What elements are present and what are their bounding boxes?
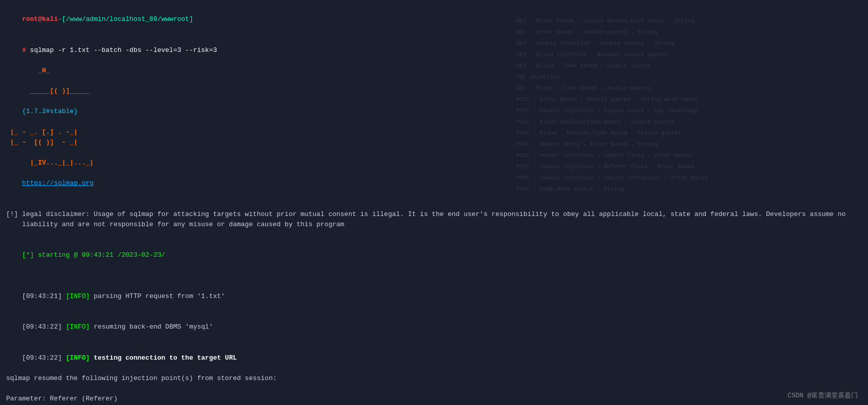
ascii-art-1: _H_ (6, 66, 862, 76)
legal-line-2: liability and are not responsible for an… (6, 220, 862, 230)
ts-1: [09:43:21] (22, 292, 66, 300)
info-line-1: [09:43:21] [INFO] parsing HTTP request f… (6, 281, 862, 312)
prompt-path: -[/www/admin/localhost_80/wwwroot] (58, 15, 193, 23)
blank-2 (6, 230, 862, 240)
prompt-root: root@kali (22, 15, 58, 23)
tag-2: [INFO] (66, 323, 90, 331)
ascii-art-3: |_ - _. [.] . -_| (6, 127, 862, 138)
info-line-2: [09:43:22] [INFO] resuming back-end DBMS… (6, 312, 862, 342)
legal-line-1: [!] legal disclaimer: Usage of sqlmap fo… (6, 209, 862, 220)
prompt-symbol: # (22, 46, 30, 54)
blank-4 (6, 384, 862, 394)
info-line-3: [09:43:22] [INFO] testing connection to … (6, 343, 862, 373)
terminal: root@kali-[/www/admin/localhost_80/wwwro… (0, 0, 868, 405)
ts-2: [09:43:22] (22, 323, 66, 331)
text-1: parsing HTTP request from '1.txt' (90, 292, 225, 300)
text-3: testing connection to the target URL (90, 354, 237, 362)
ts-3: [09:43:22] (22, 354, 66, 362)
blank-3 (6, 271, 862, 281)
start-marker: [*] starting @ 09:43:21 /2023-02-23/ (22, 251, 165, 259)
command-line: # sqlmap -r 1.txt --batch -dbs --level=3… (6, 35, 862, 65)
param-header: Parameter: Referer (Referer) (6, 394, 862, 404)
tag-1: [INFO] (66, 292, 90, 300)
version-tag: {1.7.2#stable} (22, 107, 78, 115)
blank-1 (6, 199, 862, 209)
ascii-art-2: _____[( )]_____ {1.7.2#stable} (6, 76, 862, 127)
ascii-art-5: |_IV..._|_|..._| https://sqlmap.org (6, 148, 862, 199)
sqlmap-url[interactable]: https://sqlmap.org (22, 179, 93, 187)
text-2: resuming back-end DBMS 'mysql' (90, 323, 213, 331)
starting-line: [*] starting @ 09:43:21 /2023-02-23/ (6, 240, 862, 271)
ascii-art-4: |_ - [( )] - _| (6, 138, 862, 148)
prompt-line: root@kali-[/www/admin/localhost_80/wwwro… (6, 4, 862, 35)
resumed-session-line: sqlmap resumed the following injection p… (6, 373, 862, 384)
tag-3: [INFO] (66, 354, 90, 362)
watermark: CSDN @富贵满堂喜盈门 (787, 391, 858, 400)
command-text: sqlmap -r 1.txt --batch -dbs --level=3 -… (30, 46, 217, 54)
